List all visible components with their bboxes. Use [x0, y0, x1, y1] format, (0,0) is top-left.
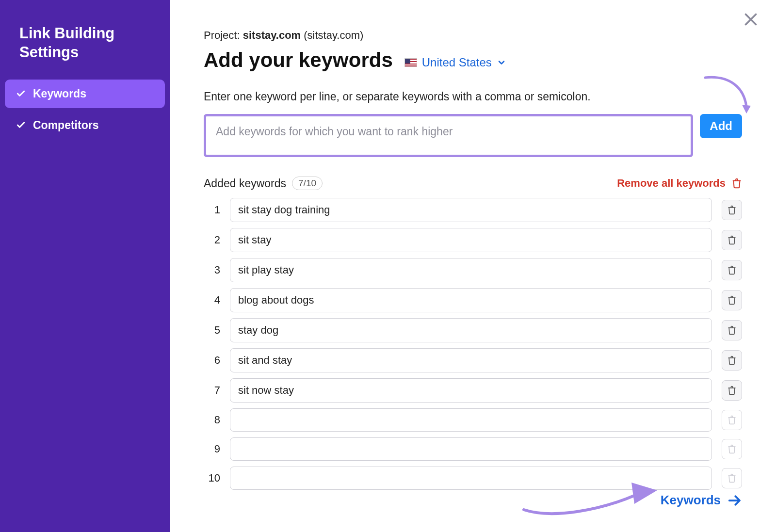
- keyword-field[interactable]: [230, 437, 712, 461]
- keyword-row-number: 2: [204, 234, 220, 246]
- trash-icon: [727, 415, 737, 425]
- trash-icon: [727, 295, 737, 305]
- keyword-row: 2sit stay: [204, 228, 742, 252]
- sidebar-item-label: Keywords: [33, 87, 86, 100]
- check-icon: [16, 120, 26, 130]
- keyword-row-number: 3: [204, 264, 220, 276]
- keyword-row-number: 4: [204, 294, 220, 306]
- trash-icon: [727, 355, 737, 365]
- delete-keyword-button[interactable]: [722, 230, 742, 250]
- delete-keyword-button: [722, 468, 742, 488]
- keyword-row-number: 10: [204, 472, 220, 484]
- flag-icon: [404, 58, 417, 67]
- sidebar: Link Building Settings Keywords Competit…: [0, 0, 170, 532]
- keyword-count-badge: 7/10: [292, 177, 323, 190]
- delete-keyword-button[interactable]: [722, 380, 742, 401]
- keyword-row-number: 8: [204, 414, 220, 426]
- delete-keyword-button[interactable]: [722, 260, 742, 280]
- delete-keyword-button: [722, 439, 742, 459]
- keyword-field[interactable]: stay dog: [230, 318, 712, 342]
- keyword-row-number: 1: [204, 204, 220, 216]
- keyword-field[interactable]: sit now stay: [230, 378, 712, 403]
- keyword-field[interactable]: blog about dogs: [230, 288, 712, 312]
- sidebar-title: Link Building Settings: [0, 24, 170, 77]
- remove-all-label: Remove all keywords: [617, 177, 726, 190]
- trash-icon: [727, 205, 737, 215]
- page-title: Add your keywords: [204, 48, 393, 72]
- keyword-row: 3sit play stay: [204, 258, 742, 282]
- chevron-down-icon: [497, 58, 506, 67]
- sidebar-item-competitors[interactable]: Competitors: [5, 111, 165, 140]
- close-button[interactable]: [742, 11, 761, 30]
- keyword-field[interactable]: [230, 467, 712, 490]
- next-step-label: Keywords: [661, 493, 721, 508]
- keyword-row: 1sit stay dog training: [204, 198, 742, 222]
- keyword-row: 4blog about dogs: [204, 288, 742, 312]
- keyword-row: 10: [204, 467, 742, 490]
- keyword-row: 5stay dog: [204, 318, 742, 342]
- keyword-list: 1sit stay dog training2sit stay3sit play…: [204, 198, 742, 490]
- trash-icon: [727, 235, 737, 245]
- arrow-right-icon: [728, 493, 742, 508]
- keyword-input-placeholder: Add keywords for which you want to rank …: [216, 125, 681, 138]
- sidebar-item-label: Competitors: [33, 119, 98, 132]
- delete-keyword-button[interactable]: [722, 290, 742, 310]
- keyword-field[interactable]: sit stay dog training: [230, 198, 712, 222]
- keyword-row: 7sit now stay: [204, 378, 742, 403]
- project-domain-paren: (sitstay.com): [304, 29, 363, 41]
- keyword-row: 8: [204, 408, 742, 432]
- svg-marker-3: [742, 105, 751, 113]
- remove-all-button[interactable]: Remove all keywords: [617, 177, 742, 190]
- delete-keyword-button: [722, 410, 742, 430]
- main-panel: Project: sitstay.com (sitstay.com) Add y…: [170, 0, 776, 532]
- delete-keyword-button[interactable]: [722, 350, 742, 371]
- keyword-field[interactable]: sit stay: [230, 228, 712, 252]
- delete-keyword-button[interactable]: [722, 320, 742, 340]
- trash-icon: [727, 473, 737, 483]
- keyword-row-number: 6: [204, 354, 220, 367]
- country-label: United States: [422, 56, 492, 69]
- trash-icon: [727, 325, 737, 335]
- project-label: Project:: [204, 29, 240, 41]
- delete-keyword-button[interactable]: [722, 200, 742, 220]
- keyword-field[interactable]: sit play stay: [230, 258, 712, 282]
- trash-icon: [727, 444, 737, 454]
- keyword-row-number: 7: [204, 384, 220, 397]
- project-line: Project: sitstay.com (sitstay.com): [204, 29, 742, 42]
- keyword-row-number: 5: [204, 324, 220, 337]
- keyword-row: 6sit and stay: [204, 348, 742, 372]
- country-selector[interactable]: United States: [404, 56, 506, 69]
- keyword-row: 9: [204, 437, 742, 461]
- check-icon: [16, 88, 26, 99]
- keyword-field[interactable]: [230, 408, 712, 432]
- instruction-text: Enter one keyword per line, or separate …: [204, 90, 742, 103]
- trash-icon: [727, 386, 737, 395]
- keyword-field[interactable]: sit and stay: [230, 348, 712, 372]
- trash-icon: [731, 178, 742, 189]
- add-button[interactable]: Add: [700, 114, 742, 138]
- project-domain: sitstay.com: [243, 29, 301, 41]
- keyword-input[interactable]: Add keywords for which you want to rank …: [204, 114, 693, 157]
- sidebar-item-keywords[interactable]: Keywords: [5, 80, 165, 108]
- next-step-link[interactable]: Keywords: [661, 493, 742, 508]
- added-keywords-label: Added keywords: [204, 177, 286, 190]
- trash-icon: [727, 265, 737, 275]
- keyword-row-number: 9: [204, 443, 220, 455]
